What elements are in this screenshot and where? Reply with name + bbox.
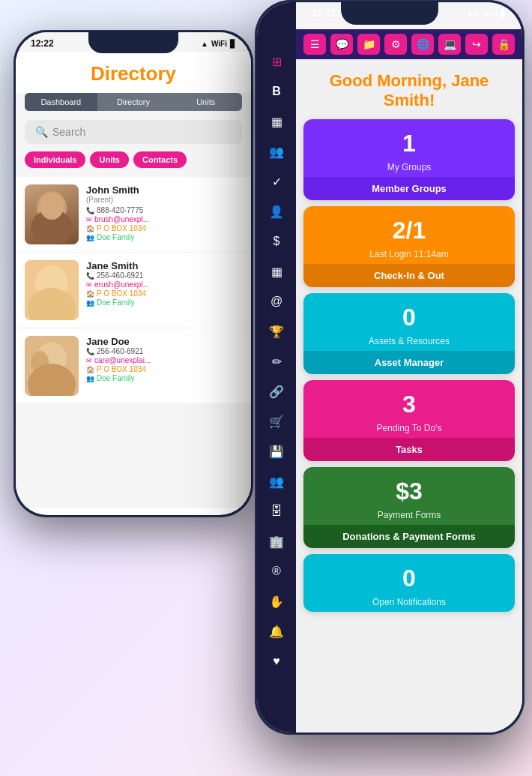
left-phone: 12:22 ▲WiFi▊ Directory Dashboard Directo…: [13, 30, 253, 517]
card-checkin-bottom: Check-In & Out: [303, 264, 515, 287]
tab-dashboard[interactable]: Dashboard: [25, 93, 97, 111]
card-tasks[interactable]: 3 Pending To Do's Tasks: [303, 380, 515, 461]
icon-bar-chat[interactable]: 💬: [330, 34, 353, 55]
contact-email-0: ✉brush@unexpl...: [86, 215, 242, 223]
card-tasks-bottom: Tasks: [303, 438, 515, 461]
greeting-text: Good Morning, Jane Smith!: [296, 59, 522, 119]
search-placeholder: Search: [52, 126, 85, 138]
card-assets-value: 0: [303, 293, 515, 336]
contact-email-2: ✉care@unexplai...: [86, 356, 242, 364]
right-sidebar: ⊞ B ▦ 👥 ✓ 👤 $ ▦ @ 🏆 ✏ 🔗 🛒 💾 👥 🗄 🏢 ® ✋ �: [257, 2, 296, 733]
svg-point-2: [40, 193, 64, 220]
right-time: 12:22: [312, 8, 336, 19]
tab-units[interactable]: Units: [169, 93, 242, 111]
left-notch: [88, 32, 178, 53]
contact-family-1: 👥Doe Family: [86, 298, 242, 307]
avatar-john-smith: [25, 184, 79, 244]
card-my-groups-sub: My Groups: [303, 162, 515, 177]
icon-bar-menu[interactable]: ☰: [303, 34, 326, 55]
card-notifications-sub: Open Notifications: [303, 597, 515, 612]
left-screen-content: Directory Dashboard Directory Units 🔍 Se…: [16, 52, 251, 508]
sidebar-icon-trophy[interactable]: 🏆: [262, 317, 291, 346]
contact-item-2[interactable]: Jane Doe 📞256-460-6921 ✉care@unexplai...…: [16, 328, 251, 404]
contact-info-jane-smith: Jane Smith 📞256-460-6921 ✉erush@unexpl..…: [86, 260, 242, 307]
sidebar-icon-link[interactable]: 🔗: [262, 377, 291, 406]
sidebar-icon-edit[interactable]: ✏: [262, 347, 291, 376]
contact-email-1: ✉erush@unexpl...: [86, 280, 242, 289]
card-donations-sub: Payment Forms: [303, 510, 515, 525]
contact-name-0: John Smith: [86, 184, 242, 196]
right-main-content: ☰ 💬 📁 ⚙ 🌐 💻 ↪ 🔒 Good Morning, Jane Smith…: [296, 2, 522, 733]
sidebar-icon-at[interactable]: @: [262, 287, 291, 316]
avatar-jane-doe: [25, 336, 79, 396]
icon-bar-settings[interactable]: ⚙: [384, 34, 407, 55]
sidebar-icon-b[interactable]: B: [262, 77, 291, 106]
card-tasks-value: 3: [303, 380, 515, 423]
right-notch: [341, 2, 438, 25]
card-checkin[interactable]: 2/1 Last Login 11:14am Check-In & Out: [303, 206, 515, 287]
icon-bar-globe[interactable]: 🌐: [411, 34, 434, 55]
contact-family-2: 👥Doe Family: [86, 374, 242, 382]
sidebar-icon-grid[interactable]: ⊞: [262, 47, 291, 76]
contact-address-1: 🏠P O BOX 1034: [86, 289, 242, 298]
icon-bar-lock[interactable]: 🔒: [492, 34, 515, 55]
card-my-groups[interactable]: 1 My Groups Member Groups: [303, 119, 515, 200]
card-notifications-value: 0: [303, 554, 515, 597]
card-donations[interactable]: $3 Payment Forms Donations & Payment For…: [303, 467, 515, 548]
sidebar-icon-user[interactable]: 👤: [262, 197, 291, 226]
card-checkin-value: 2/1: [303, 206, 515, 249]
card-assets[interactable]: 0 Assets & Resources Asset Manager: [303, 293, 515, 374]
sidebar-icon-people[interactable]: 👥: [262, 137, 291, 166]
contact-address-2: 🏠P O BOX 1034: [86, 365, 242, 373]
phones-wrapper: 12:22 ▲WiFi▊ Directory Dashboard Directo…: [0, 0, 532, 776]
contact-address-0: 🏠P O BOX 1034: [86, 224, 242, 232]
contact-phone-2: 📞256-460-6921: [86, 347, 242, 355]
main-scroll-area: Good Morning, Jane Smith! 1 My Groups Me…: [296, 59, 522, 733]
contact-phone-1: 📞256-460-6921: [86, 271, 242, 280]
contact-item-1[interactable]: Jane Smith 📞256-460-6921 ✉erush@unexpl..…: [16, 253, 251, 328]
filter-units[interactable]: Units: [90, 151, 129, 168]
right-status-icons: ▲▲WiFi▊: [467, 10, 506, 17]
tab-directory[interactable]: Directory: [97, 93, 170, 111]
contact-info-john: John Smith (Parent) 📞888-420-7775 ✉brush…: [86, 184, 242, 242]
search-box[interactable]: 🔍 Search: [25, 120, 242, 144]
contact-family-0: 👥Doe Family: [86, 233, 242, 241]
sidebar-icon-group[interactable]: 👥: [262, 467, 291, 496]
search-icon: 🔍: [35, 126, 48, 138]
filter-individuals[interactable]: Individuals: [25, 151, 85, 168]
left-time: 12:22: [31, 38, 54, 49]
sidebar-icon-db2[interactable]: 🗄: [262, 497, 291, 526]
card-checkin-sub: Last Login 11:14am: [303, 249, 515, 264]
sidebar-icon-bell[interactable]: 🔔: [262, 617, 291, 646]
page-title: Directory: [16, 52, 251, 93]
contact-name-1: Jane Smith: [86, 260, 242, 271]
sidebar-icon-check[interactable]: ✓: [262, 167, 291, 196]
card-donations-bottom: Donations & Payment Forms: [303, 525, 515, 548]
sidebar-icon-building[interactable]: 🏢: [262, 527, 291, 556]
sidebar-icon-calendar[interactable]: ▦: [262, 107, 291, 136]
filter-contacts[interactable]: Contacts: [133, 151, 187, 168]
right-phone: 12:22 ▲▲WiFi▊ ⊞ B ▦ 👥 ✓ 👤 $ ▦ @ 🏆 ✏ 🔗: [255, 0, 525, 735]
sidebar-icon-heart[interactable]: ♥: [262, 647, 291, 676]
sidebar-icon-hand[interactable]: ✋: [262, 587, 291, 616]
card-notifications[interactable]: 0 Open Notifications: [303, 554, 515, 612]
contact-role-0: (Parent): [86, 196, 242, 204]
icon-bar-folder[interactable]: 📁: [357, 34, 380, 55]
sidebar-icon-reg[interactable]: ®: [262, 557, 291, 586]
contact-info-jane-doe: Jane Doe 📞256-460-6921 ✉care@unexplai...…: [86, 336, 242, 383]
icon-bar-screen[interactable]: 💻: [438, 34, 461, 55]
card-my-groups-bottom: Member Groups: [303, 177, 515, 200]
sidebar-icon-table[interactable]: ▦: [262, 257, 291, 286]
contact-item-0[interactable]: John Smith (Parent) 📞888-420-7775 ✉brush…: [16, 177, 251, 253]
icon-bar-forward[interactable]: ↪: [465, 34, 488, 55]
filter-buttons: Individuals Units Contacts: [25, 151, 242, 168]
nav-tabs: Dashboard Directory Units: [25, 93, 242, 111]
card-tasks-sub: Pending To Do's: [303, 423, 515, 438]
avatar-jane-smith: [25, 260, 79, 320]
sidebar-icon-db[interactable]: 💾: [262, 437, 291, 466]
card-assets-sub: Assets & Resources: [303, 336, 515, 351]
contact-list: John Smith (Parent) 📞888-420-7775 ✉brush…: [16, 177, 251, 404]
sidebar-icon-dollar[interactable]: $: [262, 227, 291, 256]
sidebar-icon-cart[interactable]: 🛒: [262, 407, 291, 436]
card-assets-bottom: Asset Manager: [303, 351, 515, 374]
